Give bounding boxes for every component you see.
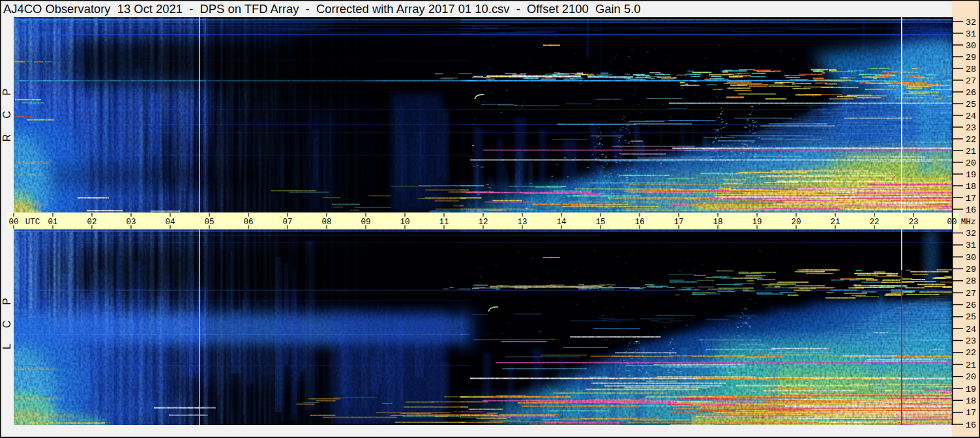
- svg-text:23: 23: [966, 336, 976, 346]
- svg-text:13: 13: [517, 218, 527, 227]
- svg-text:17: 17: [966, 194, 976, 203]
- svg-text:14: 14: [556, 218, 566, 227]
- svg-text:15: 15: [595, 218, 605, 227]
- svg-text:16: 16: [966, 205, 976, 215]
- svg-text:06: 06: [243, 218, 253, 227]
- svg-text:18: 18: [713, 218, 722, 227]
- svg-text:25: 25: [966, 100, 976, 110]
- svg-text:31: 31: [966, 241, 976, 250]
- svg-text:05: 05: [204, 218, 214, 227]
- svg-text:25: 25: [966, 312, 976, 322]
- svg-text:16: 16: [966, 420, 976, 430]
- svg-text:27: 27: [966, 76, 976, 86]
- svg-text:26: 26: [966, 88, 976, 98]
- svg-text:03: 03: [126, 218, 136, 227]
- svg-text:19: 19: [966, 170, 976, 180]
- svg-text:26: 26: [966, 300, 976, 310]
- svg-text:22: 22: [966, 135, 976, 145]
- svg-text:L C P: L C P: [1, 295, 12, 349]
- svg-text:21: 21: [966, 147, 976, 156]
- svg-text:32: 32: [966, 229, 976, 239]
- svg-text:UTC: UTC: [25, 218, 40, 227]
- svg-text:19: 19: [752, 218, 762, 227]
- svg-text:30: 30: [966, 41, 976, 51]
- svg-text:24: 24: [966, 111, 976, 121]
- svg-text:17: 17: [966, 408, 976, 418]
- svg-text:R C P: R C P: [1, 85, 12, 142]
- svg-text:24: 24: [966, 325, 976, 334]
- svg-text:30: 30: [966, 253, 976, 263]
- svg-text:09: 09: [361, 218, 370, 227]
- svg-text:00: 00: [8, 218, 18, 227]
- svg-text:20: 20: [966, 372, 976, 382]
- svg-text:10: 10: [400, 218, 409, 227]
- svg-text:12: 12: [478, 218, 488, 227]
- svg-text:18: 18: [966, 396, 976, 406]
- svg-text:20: 20: [966, 158, 976, 168]
- svg-text:16: 16: [634, 218, 644, 227]
- svg-text:AJ4CO Observatory 13 Oct 2021: AJ4CO Observatory 13 Oct 2021 - DPS on T…: [3, 2, 641, 16]
- svg-text:20: 20: [791, 218, 801, 227]
- svg-text:23: 23: [908, 218, 918, 227]
- svg-text:27: 27: [966, 289, 976, 299]
- svg-text:23: 23: [966, 123, 976, 133]
- svg-text:19: 19: [966, 385, 976, 394]
- svg-text:28: 28: [966, 276, 976, 286]
- svg-text:28: 28: [966, 65, 976, 74]
- svg-text:04: 04: [165, 218, 175, 227]
- svg-text:22: 22: [966, 348, 976, 358]
- svg-text:21: 21: [966, 360, 976, 370]
- svg-text:21: 21: [830, 218, 840, 227]
- svg-text:02: 02: [87, 218, 97, 227]
- svg-text:07: 07: [282, 218, 292, 227]
- svg-text:01: 01: [48, 218, 57, 227]
- svg-text:29: 29: [966, 53, 976, 63]
- svg-text:31: 31: [966, 29, 976, 39]
- svg-text:08: 08: [321, 218, 331, 227]
- svg-text:11: 11: [439, 218, 449, 227]
- svg-text:22: 22: [869, 218, 879, 227]
- svg-text:17: 17: [674, 218, 683, 227]
- svg-text:18: 18: [966, 182, 976, 192]
- svg-text:29: 29: [966, 265, 976, 274]
- svg-text:32: 32: [966, 18, 976, 27]
- svg-text:MHz: MHz: [961, 218, 976, 227]
